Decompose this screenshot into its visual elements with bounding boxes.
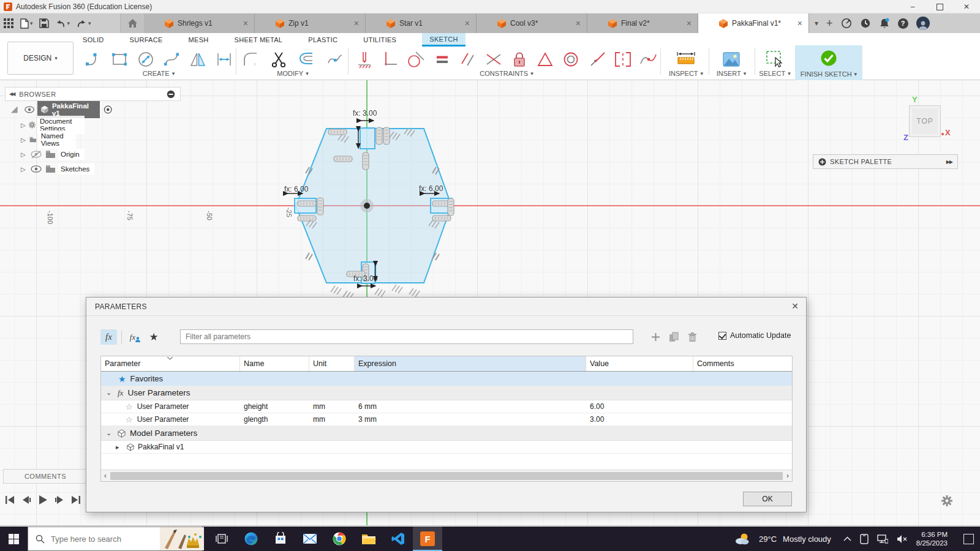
offset-tool-icon[interactable] (296, 48, 317, 71)
palette-expand-icon[interactable]: ▶▶ (946, 159, 952, 165)
search-input[interactable] (50, 534, 160, 544)
slot-top[interactable] (360, 128, 375, 149)
constraint-fix-icon[interactable] (354, 48, 375, 71)
network-icon[interactable] (877, 534, 888, 544)
expand-arrow-icon[interactable]: ▷ (21, 151, 28, 158)
browser-root-row[interactable]: PakkaFinal v1 (10, 103, 112, 116)
collapse-caret-icon[interactable]: ⌄ (106, 429, 113, 437)
doc-tab-zip[interactable]: Zip v1 × (255, 13, 366, 33)
dimension-left[interactable]: fx: 6.00 (284, 185, 308, 193)
step-forward-button[interactable] (55, 495, 64, 504)
play-button[interactable] (38, 495, 48, 505)
user-parameters-group-row[interactable]: ⌄ fx User Parameters (101, 386, 792, 400)
scroll-right-arrow[interactable]: › (786, 471, 789, 480)
volume-muted-icon[interactable] (897, 534, 908, 544)
sketch-palette-bar[interactable]: SKETCH PALETTE ▶▶ (813, 154, 958, 169)
tab-plastic[interactable]: PLASTIC (308, 33, 337, 47)
browser-item-document-settings[interactable]: ▷ Document Settings (21, 119, 85, 131)
step-back-button[interactable] (21, 495, 31, 504)
cell-name[interactable]: gheight (240, 402, 309, 411)
constraint-tangent-icon[interactable] (405, 48, 426, 71)
constraint-curvature-icon[interactable] (638, 48, 659, 71)
select-group-label[interactable]: SELECT▾ (755, 70, 795, 77)
filter-parameters-input[interactable] (180, 329, 633, 344)
redo-button[interactable]: ▾ (76, 18, 91, 28)
insert-group-label[interactable]: INSERT▾ (712, 70, 751, 77)
save-button[interactable] (39, 18, 49, 28)
comments-panel-tab[interactable]: COMMENTS (3, 469, 88, 484)
sketch-line-icon[interactable] (83, 48, 104, 71)
tab-solid[interactable]: SOLID (83, 33, 104, 47)
inspect-group-label[interactable]: INSPECT▾ (665, 70, 707, 77)
horizontal-scrollbar[interactable]: ‹ › (101, 470, 792, 481)
vscode-app-icon[interactable] (383, 527, 413, 551)
scroll-left-arrow[interactable]: ‹ (104, 471, 107, 480)
tab-utilities[interactable]: UTILITIES (363, 33, 396, 47)
doc-tab-close-icon[interactable]: × (797, 18, 802, 28)
home-button[interactable] (120, 13, 145, 33)
doc-tab-cool[interactable]: Cool v3* × (477, 13, 587, 33)
model-parameters-group-row[interactable]: ⌄ Model Parameters (101, 426, 792, 441)
trim-tool-icon[interactable] (268, 48, 289, 71)
mirror-tool-icon[interactable] (187, 48, 208, 71)
user-parameter-filter-button[interactable]: fx (100, 329, 117, 345)
constraint-parallel-icon[interactable] (458, 48, 478, 71)
break-curve-icon[interactable] (325, 48, 345, 71)
rectangle-tool-icon[interactable] (109, 48, 130, 71)
taskbar-clock[interactable]: 6:36 PM 8/25/2023 (916, 530, 948, 547)
visibility-eye-icon[interactable] (31, 165, 42, 173)
weather-icon[interactable] (734, 532, 750, 545)
fillet-tool-icon[interactable] (240, 48, 261, 71)
tab-mesh[interactable]: MESH (189, 33, 209, 47)
skip-to-start-button[interactable] (5, 495, 15, 504)
copy-parameter-icon[interactable] (666, 329, 682, 345)
app-grid-icon[interactable] (4, 18, 14, 29)
constraints-group-label[interactable]: CONSTRAINTS▾ (354, 70, 659, 77)
viewcube-top-face[interactable]: TOP (909, 105, 941, 137)
navigation-settings-gear-icon[interactable] (941, 495, 952, 506)
constraint-horizontal-vertical-icon[interactable] (380, 48, 401, 71)
measure-tool-icon[interactable] (676, 48, 696, 71)
doc-tab-pakkafinal-active[interactable]: PakkaFinal v1* × (698, 13, 809, 33)
doc-tab-shrlegs[interactable]: Shrlegs v1 × (144, 13, 255, 33)
finish-sketch-button[interactable]: FINISH SKETCH▾ (795, 45, 862, 80)
scrollbar-thumb[interactable] (110, 472, 783, 480)
constraint-perpendicular-icon[interactable] (483, 48, 504, 71)
help-button[interactable]: ? (898, 18, 908, 29)
parameter-row-gheight[interactable]: ☆ User Parameter gheight mm 6 mm 6.00 (101, 400, 792, 413)
automatic-update-checkbox[interactable] (718, 332, 726, 340)
activate-radio-icon[interactable] (104, 105, 112, 114)
favorite-toggle-star-icon[interactable]: ☆ (126, 402, 133, 411)
cell-unit[interactable]: mm (309, 402, 355, 411)
favorites-row[interactable]: ★ Favorites (101, 372, 792, 386)
tab-sketch-active[interactable]: SKETCH (422, 33, 465, 47)
history-clock-icon[interactable] (860, 18, 871, 29)
doc-tab-close-icon[interactable]: × (687, 18, 692, 28)
create-group-label[interactable]: CREATE▾ (83, 70, 235, 77)
browser-collapse-icon[interactable]: ◀◀ (9, 91, 14, 97)
dimension-top[interactable]: fx: 3.00 (353, 109, 377, 118)
maximize-button[interactable] (926, 0, 953, 13)
fusion360-taskbar-icon[interactable]: F (413, 527, 442, 551)
favorite-toggle-star-icon[interactable]: ☆ (126, 415, 133, 424)
tab-sheet-metal[interactable]: SHEET METAL (235, 33, 283, 47)
parameters-dialog-titlebar[interactable]: PARAMETERS (86, 298, 806, 316)
favorites-filter-button[interactable]: ★ (146, 329, 161, 345)
taskbar-search[interactable] (28, 527, 202, 551)
edge-app-icon[interactable] (236, 527, 266, 551)
user-avatar[interactable] (916, 17, 930, 30)
sketch-dimension-icon[interactable] (214, 48, 235, 71)
file-explorer-app-icon[interactable] (354, 527, 383, 551)
origin-point[interactable] (360, 199, 374, 212)
tray-expand-chevron-icon[interactable] (843, 536, 851, 541)
undo-button[interactable]: ▾ (55, 18, 70, 28)
task-view-button[interactable] (207, 527, 236, 551)
expand-arrow-icon[interactable]: ▷ (21, 166, 28, 173)
browser-item-named-views[interactable]: ▷ Named Views (21, 133, 76, 146)
constraint-concentric-icon[interactable] (560, 48, 581, 71)
column-expression[interactable]: Expression (355, 356, 586, 371)
doc-tab-close-icon[interactable]: × (354, 18, 359, 28)
collapse-caret-icon[interactable]: ⌄ (106, 389, 113, 397)
tab-list-chevron-icon[interactable]: ▾ (815, 20, 818, 27)
cell-name[interactable]: glength (240, 415, 309, 424)
